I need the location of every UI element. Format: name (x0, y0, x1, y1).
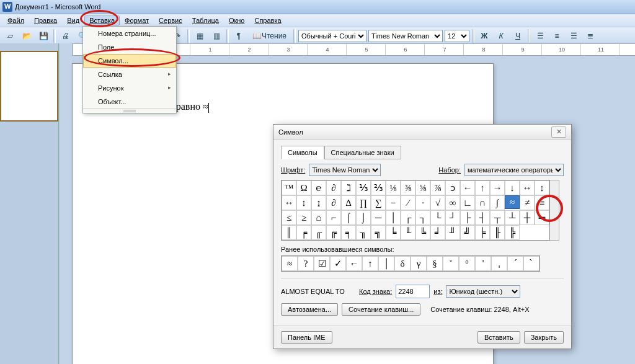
recent-symbol-cell[interactable]: ≈ (282, 256, 298, 271)
symbol-cell[interactable]: ∏ (356, 195, 371, 210)
symbol-cell[interactable]: ∑ (371, 195, 386, 210)
symbol-cell[interactable]: ╙ (401, 225, 415, 240)
symbol-cell[interactable]: ⅞ (430, 180, 445, 195)
symbol-cell[interactable]: ┼ (520, 210, 535, 225)
recent-symbol-cell[interactable]: ← (346, 256, 362, 271)
symbol-cell[interactable]: ≈ (505, 195, 520, 209)
symbol-cell[interactable]: Ω (296, 180, 311, 195)
from-select[interactable]: Юникод (шестн.) (446, 285, 520, 298)
symbol-cell[interactable]: ≥ (296, 210, 311, 225)
symbol-cell[interactable]: ╝ (460, 225, 475, 240)
symbol-cell[interactable]: ∞ (445, 195, 460, 210)
symbol-cell[interactable]: └ (430, 210, 445, 225)
symbol-cell[interactable]: ∕ (401, 195, 415, 210)
symbol-cell[interactable]: ┤ (475, 210, 490, 225)
menu-tools[interactable]: Сервис (154, 16, 187, 25)
dialog-titlebar[interactable]: Символ ✕ (273, 125, 571, 140)
tab-special[interactable]: Специальные знаки (324, 146, 401, 159)
symbol-cell[interactable]: ┘ (445, 210, 460, 225)
symbol-cell[interactable]: ↕ (535, 180, 549, 195)
symbol-cell[interactable]: ─ (371, 210, 386, 225)
symbol-cell[interactable]: ∂ (326, 195, 341, 210)
symbol-cell[interactable]: ┌ (401, 210, 415, 225)
symbol-cell[interactable]: ∩ (475, 195, 490, 210)
recent-symbol-cell[interactable]: ° (459, 256, 475, 271)
symbol-cell[interactable]: ⌐ (326, 210, 341, 225)
menu-picture[interactable]: Рисунок (83, 81, 176, 95)
symbol-cell[interactable]: → (490, 180, 505, 195)
symbol-cell[interactable]: ≡ (535, 195, 549, 210)
read-button[interactable]: 📖 Чтение (248, 29, 291, 43)
symbol-cell[interactable]: ┐ (415, 210, 430, 225)
symbol-grid[interactable]: ™Ω℮∂ℷ⅓⅔⅛⅜⅝⅞ɔ←↑→↓↔↕↔↕↨∂Δ∏∑−∕∙√∞∟∩∫≈≠≡≤≥⌂⌐… (281, 180, 550, 241)
symbol-cell[interactable]: ∙ (415, 195, 430, 210)
shortcut-button[interactable]: Сочетание клавиш... (342, 303, 420, 316)
font-select[interactable]: Times New Roman (368, 30, 443, 42)
symbol-cell[interactable]: ├ (460, 210, 475, 225)
recent-symbol-cell[interactable]: § (427, 256, 443, 271)
symbol-cell[interactable]: ↔ (282, 195, 296, 210)
symbol-cell[interactable]: ↑ (475, 180, 490, 195)
tab-symbols[interactable]: Символы (281, 146, 324, 159)
recent-symbol-cell[interactable]: │ (378, 256, 394, 271)
symbol-cell[interactable]: ⅜ (401, 180, 415, 195)
recent-symbol-cell[interactable]: ˋ (523, 256, 540, 271)
symbol-cell[interactable]: ⌡ (356, 210, 371, 225)
show-marks-icon[interactable]: ¶ (231, 29, 246, 43)
set-select[interactable]: математические операторы (464, 164, 564, 176)
menu-file[interactable]: Файл (2, 16, 29, 25)
symbol-cell[interactable]: ╗ (371, 225, 386, 240)
symbol-cell[interactable]: ℮ (311, 180, 326, 195)
recent-symbol-grid[interactable]: ≈?☑✓←↑│δγ§˚°ˈˌˊˋ (281, 255, 540, 272)
ime-button[interactable]: Панель IME (281, 331, 332, 344)
recent-symbol-cell[interactable]: ˚ (443, 256, 459, 271)
recent-symbol-cell[interactable]: ↑ (362, 256, 378, 271)
symbol-cell[interactable]: ← (460, 180, 475, 195)
autocorrect-button[interactable]: Автозамена... (281, 303, 338, 316)
recent-symbol-cell[interactable]: ✓ (330, 256, 346, 271)
align-left-icon[interactable]: ☰ (533, 29, 548, 43)
symbol-cell[interactable]: − (386, 195, 401, 210)
open-icon[interactable]: 📂 (19, 29, 34, 43)
save-icon[interactable]: 💾 (36, 29, 51, 43)
close-icon[interactable]: ✕ (551, 127, 566, 138)
italic-button[interactable]: К (494, 29, 508, 43)
symbol-cell[interactable]: ↨ (311, 195, 326, 210)
recent-symbol-cell[interactable]: ☑ (314, 256, 330, 271)
menu-format[interactable]: Формат (120, 16, 154, 25)
recent-symbol-cell[interactable]: γ (411, 256, 427, 271)
size-select[interactable]: 12 (445, 30, 469, 42)
symbol-cell[interactable]: ╜ (445, 225, 460, 240)
symbol-cell[interactable]: ⅝ (415, 180, 430, 195)
symbol-cell[interactable]: ⅔ (371, 180, 386, 195)
code-input[interactable] (396, 285, 430, 298)
recent-symbol-cell[interactable]: ˈ (475, 256, 491, 271)
recent-symbol-cell[interactable]: ? (298, 256, 314, 271)
symbol-cell[interactable]: ≠ (520, 195, 535, 210)
symbol-cell[interactable]: ∟ (460, 195, 475, 210)
menu-link[interactable]: Ссылка (83, 68, 176, 81)
recent-symbol-cell[interactable]: ˊ (507, 256, 523, 271)
symbol-cell[interactable]: ┬ (490, 210, 505, 225)
bold-button[interactable]: Ж (477, 29, 492, 43)
style-select[interactable]: Обычный + Couri (298, 30, 366, 42)
symbol-cell[interactable]: ╕ (341, 225, 356, 240)
menu-table[interactable]: Таблица (187, 16, 224, 25)
symbol-cell[interactable]: ⅛ (386, 180, 401, 195)
table-icon[interactable]: ▦ (192, 29, 207, 43)
underline-button[interactable]: Ч (510, 29, 525, 43)
menu-object[interactable]: Объект... (83, 95, 176, 109)
menu-expand-handle[interactable] (83, 109, 176, 113)
symbol-cell[interactable]: ╠ (505, 225, 520, 240)
new-icon[interactable]: ▱ (2, 29, 17, 43)
symbol-cell[interactable]: ™ (282, 180, 296, 195)
symbol-cell[interactable]: ↕ (296, 195, 311, 210)
menu-edit[interactable]: Правка (29, 16, 62, 25)
close-button[interactable]: Закрыть (524, 331, 564, 344)
align-right-icon[interactable]: ☰ (566, 29, 581, 43)
symbol-cell[interactable]: ┴ (505, 210, 520, 225)
symbol-cell[interactable]: ↓ (505, 180, 520, 195)
menu-field[interactable]: Поле... (83, 40, 176, 54)
menu-help[interactable]: Справка (249, 16, 286, 25)
font-select-dialog[interactable]: Times New Roman (309, 164, 381, 176)
